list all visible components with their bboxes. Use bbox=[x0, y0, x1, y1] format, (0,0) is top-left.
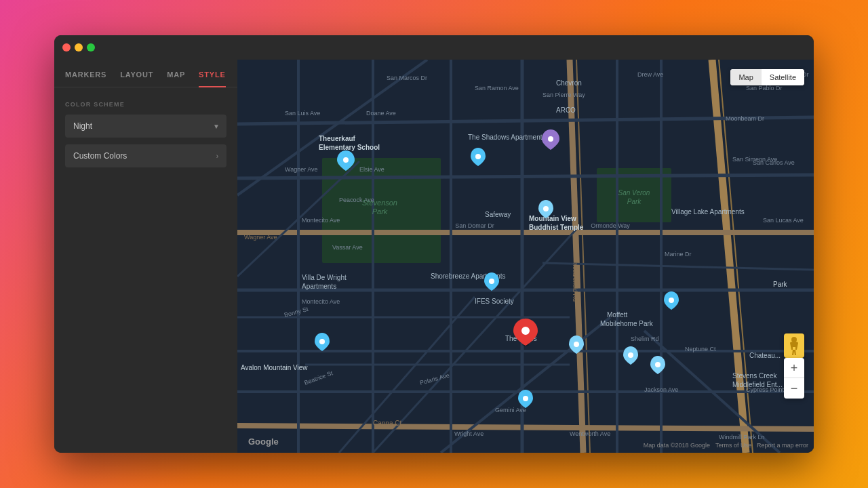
svg-text:Ormonde Way: Ormonde Way bbox=[591, 222, 630, 229]
svg-text:San Veron: San Veron bbox=[618, 189, 650, 197]
svg-text:Gemini Ave: Gemini Ave bbox=[495, 407, 526, 413]
svg-text:San Pablo Dr: San Pablo Dr bbox=[746, 85, 783, 92]
svg-text:Wentworth Ave: Wentworth Ave bbox=[570, 430, 610, 437]
svg-text:Middlefield Ent...: Middlefield Ent... bbox=[732, 381, 783, 388]
svg-text:Theuerkauf: Theuerkauf bbox=[319, 135, 356, 142]
svg-text:Avalon Mountain View: Avalon Mountain View bbox=[241, 364, 308, 371]
svg-point-93 bbox=[543, 206, 549, 211]
svg-text:IFES Society: IFES Society bbox=[475, 298, 514, 305]
svg-text:Villa De Wright: Villa De Wright bbox=[302, 274, 347, 281]
svg-point-107 bbox=[791, 337, 797, 342]
svg-text:Mobilehome Park: Mobilehome Park bbox=[600, 320, 654, 327]
svg-point-100 bbox=[523, 396, 528, 401]
svg-text:Middlefield Rd: Middlefield Rd bbox=[572, 263, 578, 302]
svg-text:The Shadows Apartments: The Shadows Apartments bbox=[468, 134, 546, 141]
report-link[interactable]: Report a map error bbox=[757, 442, 808, 449]
svg-line-13 bbox=[237, 426, 814, 429]
terms-link[interactable]: Terms of Use bbox=[715, 442, 751, 449]
map-copyright: Map data ©2018 Google bbox=[644, 442, 710, 449]
map-btn[interactable]: Map bbox=[730, 69, 761, 85]
tab-markers[interactable]: MARKERS bbox=[65, 60, 106, 87]
svg-text:Buddhist Temple: Buddhist Temple bbox=[529, 224, 584, 231]
minimize-button[interactable] bbox=[75, 43, 83, 52]
map-canvas: San Domar Dr Ormonde Way Elsie Ave Peaco… bbox=[237, 60, 814, 453]
svg-text:Jackson Ave: Jackson Ave bbox=[644, 386, 678, 393]
close-button[interactable] bbox=[62, 43, 71, 52]
svg-text:Safeway: Safeway bbox=[485, 211, 511, 218]
maximize-button[interactable] bbox=[87, 43, 95, 52]
tab-map[interactable]: MAP bbox=[167, 60, 185, 87]
svg-point-101 bbox=[655, 362, 660, 367]
map-area[interactable]: San Domar Dr Ormonde Way Elsie Ave Peaco… bbox=[237, 60, 814, 453]
svg-text:Doane Ave: Doane Ave bbox=[366, 110, 396, 117]
svg-text:Elementary School: Elementary School bbox=[319, 144, 380, 151]
svg-text:Wagner Ave: Wagner Ave bbox=[285, 166, 318, 173]
svg-text:Park: Park bbox=[773, 281, 788, 288]
satellite-btn[interactable]: Satellite bbox=[762, 69, 804, 85]
svg-text:Canna Ct: Canna Ct bbox=[373, 420, 401, 427]
svg-text:Park: Park bbox=[627, 198, 642, 205]
sidebar: MARKERS LAYOUT MAP STYLE COLOR SCHEME De… bbox=[54, 60, 237, 453]
svg-point-94 bbox=[319, 339, 325, 344]
svg-text:Neptune Ct: Neptune Ct bbox=[685, 346, 716, 352]
svg-text:San Lucas Ave: San Lucas Ave bbox=[763, 217, 804, 224]
street-view-icon[interactable] bbox=[784, 333, 804, 358]
svg-text:ARCO: ARCO bbox=[556, 106, 576, 114]
svg-text:Vassar Ave: Vassar Ave bbox=[332, 244, 363, 251]
svg-text:Shelim Rd: Shelim Rd bbox=[631, 336, 659, 342]
svg-text:Montecito Ave: Montecito Ave bbox=[302, 298, 340, 305]
svg-text:Moffett: Moffett bbox=[607, 311, 628, 319]
svg-text:San Domar Dr: San Domar Dr bbox=[455, 222, 494, 229]
svg-text:Chateau...: Chateau... bbox=[749, 352, 781, 359]
svg-text:Montecito Ave: Montecito Ave bbox=[302, 217, 340, 224]
traffic-lights bbox=[62, 43, 95, 52]
svg-point-95 bbox=[489, 279, 494, 284]
map-attribution: Map data ©2018 Google Terms of Use Repor… bbox=[644, 442, 808, 449]
svg-text:Drew Ave: Drew Ave bbox=[637, 71, 663, 78]
svg-point-91 bbox=[343, 157, 349, 163]
svg-point-99 bbox=[628, 352, 633, 358]
main-content: MARKERS LAYOUT MAP STYLE COLOR SCHEME De… bbox=[54, 60, 814, 453]
map-type-control: Map Satellite bbox=[730, 69, 804, 85]
svg-text:Moonbeam Dr: Moonbeam Dr bbox=[726, 115, 764, 122]
zoom-out-button[interactable]: − bbox=[784, 378, 804, 399]
svg-text:Google: Google bbox=[248, 436, 279, 447]
title-bar bbox=[54, 35, 814, 60]
app-window: MARKERS LAYOUT MAP STYLE COLOR SCHEME De… bbox=[54, 35, 814, 453]
nav-tabs: MARKERS LAYOUT MAP STYLE bbox=[54, 60, 237, 87]
color-scheme-select-container: Default Night Retro Silver Dark ▼ bbox=[65, 115, 226, 138]
zoom-controls: + − bbox=[784, 358, 804, 399]
svg-text:San Luis Ave: San Luis Ave bbox=[285, 110, 320, 117]
svg-text:Park: Park bbox=[372, 207, 388, 216]
color-scheme-select[interactable]: Default Night Retro Silver Dark bbox=[65, 115, 226, 138]
svg-text:San Simeon Ave: San Simeon Ave bbox=[732, 156, 777, 163]
tab-style[interactable]: STYLE bbox=[199, 60, 225, 87]
zoom-in-button[interactable]: + bbox=[784, 358, 804, 378]
svg-text:San Pierre Way: San Pierre Way bbox=[542, 92, 585, 98]
svg-text:Elsie Ave: Elsie Ave bbox=[359, 166, 384, 173]
svg-text:Stevens Creek: Stevens Creek bbox=[732, 372, 778, 380]
tab-layout[interactable]: LAYOUT bbox=[120, 60, 153, 87]
svg-text:Wagner Ave: Wagner Ave bbox=[244, 234, 277, 241]
expand-arrow-icon: › bbox=[216, 152, 218, 160]
svg-text:San Marcos Dr: San Marcos Dr bbox=[387, 75, 427, 81]
svg-text:Wright Ave: Wright Ave bbox=[454, 430, 484, 437]
svg-point-97 bbox=[669, 298, 674, 303]
svg-text:Stevenson: Stevenson bbox=[362, 199, 397, 207]
svg-text:San Ramon Ave: San Ramon Ave bbox=[475, 85, 519, 92]
svg-point-90 bbox=[521, 327, 530, 335]
svg-text:Mountain View: Mountain View bbox=[529, 215, 576, 222]
svg-text:Village Lake Apartments: Village Lake Apartments bbox=[671, 208, 745, 216]
custom-colors-row[interactable]: Custom Colors › bbox=[65, 144, 226, 167]
custom-colors-label: Custom Colors bbox=[73, 151, 127, 161]
svg-point-92 bbox=[548, 136, 553, 142]
map-svg: San Domar Dr Ormonde Way Elsie Ave Peaco… bbox=[237, 60, 814, 453]
svg-text:Apartments: Apartments bbox=[302, 283, 336, 290]
svg-text:Marine Dr: Marine Dr bbox=[665, 251, 692, 258]
svg-text:Windmill Park Ln: Windmill Park Ln bbox=[719, 434, 765, 441]
sidebar-body: COLOR SCHEME Default Night Retro Silver … bbox=[54, 87, 237, 181]
svg-point-98 bbox=[574, 342, 579, 347]
svg-point-96 bbox=[475, 154, 481, 159]
color-scheme-label: COLOR SCHEME bbox=[65, 101, 226, 108]
svg-text:Chevron: Chevron bbox=[556, 79, 582, 87]
